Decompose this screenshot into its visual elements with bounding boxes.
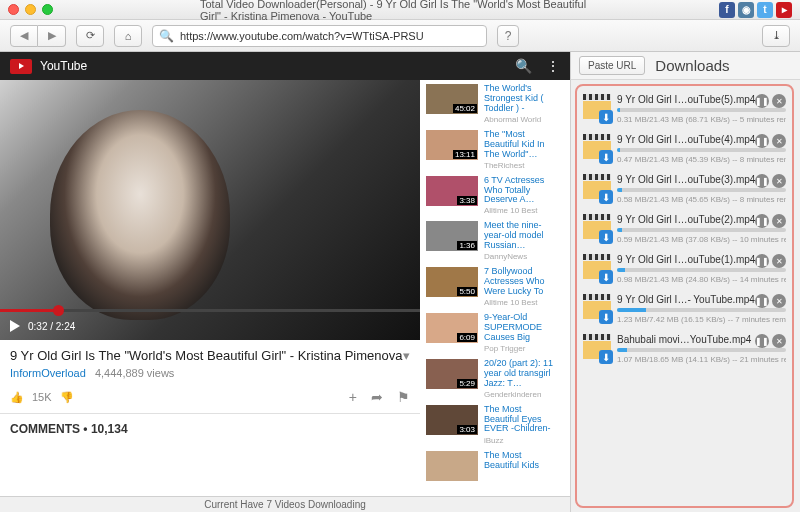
cancel-download-button[interactable]: ✕ bbox=[772, 134, 786, 148]
progress-bar bbox=[617, 228, 786, 232]
url-input[interactable] bbox=[180, 30, 480, 42]
thumb-icon: 3:03 bbox=[426, 405, 478, 435]
suggested-title: The Most Beautiful Kids bbox=[484, 451, 554, 471]
youtube-logo-icon[interactable] bbox=[10, 59, 32, 74]
close-window[interactable] bbox=[8, 4, 19, 15]
back-button[interactable]: ◀ bbox=[10, 25, 38, 47]
suggested-channel: Alltime 10 Best bbox=[484, 298, 554, 307]
progress-bar bbox=[617, 308, 786, 312]
suggested-title: The "Most Beautiful Kid In The World"… bbox=[484, 130, 554, 160]
flag-icon[interactable]: ⚑ bbox=[397, 389, 410, 405]
download-item: ⬇Bahubali movi…YouTube.mp41.07 MB/18.65 … bbox=[579, 330, 790, 370]
file-video-icon: ⬇ bbox=[583, 334, 611, 362]
suggested-title: Meet the nine-year-old model Russian… bbox=[484, 221, 554, 251]
download-status: 0.31 MB/21.43 MB (68.71 KB/s) -- 5 minut… bbox=[617, 115, 786, 124]
home-button[interactable]: ⌂ bbox=[114, 25, 142, 47]
suggested-title: 9-Year-Old SUPERMODE Causes Big Controve… bbox=[484, 313, 554, 343]
download-status: 1.07 MB/18.65 MB (14.11 KB/s) -- 21 minu… bbox=[617, 355, 786, 364]
thumb-icon: 3:38 bbox=[426, 176, 478, 206]
share-icon[interactable]: ➦ bbox=[371, 389, 383, 405]
cancel-download-button[interactable]: ✕ bbox=[772, 214, 786, 228]
cancel-download-button[interactable]: ✕ bbox=[772, 294, 786, 308]
download-item: ⬇9 Yr Old Girl I…ouTube(2).mp40.59 MB/21… bbox=[579, 210, 790, 250]
progress-bar bbox=[617, 108, 786, 112]
downloads-list: ⬇9 Yr Old Girl I…ouTube(5).mp40.31 MB/21… bbox=[575, 84, 794, 508]
reload-button[interactable]: ⟳ bbox=[76, 25, 104, 47]
video-player[interactable]: 0:32 / 2:24 bbox=[0, 80, 420, 340]
pause-download-button[interactable]: ❚❚ bbox=[755, 174, 769, 188]
suggested-item[interactable]: The Most Beautiful Kids bbox=[426, 451, 554, 481]
progress-bar bbox=[617, 148, 786, 152]
youtube-menu-icon[interactable]: ⋮ bbox=[546, 58, 560, 74]
browser-view: YouTube 🔍 ⋮ 0:32 / 2:24 9 Yr Old Girl Is… bbox=[0, 52, 570, 512]
pause-download-button[interactable]: ❚❚ bbox=[755, 294, 769, 308]
suggested-item[interactable]: 1:36Meet the nine-year-old model Russian… bbox=[426, 221, 554, 261]
download-tray-button[interactable]: ⤓ bbox=[762, 25, 790, 47]
expand-description-icon[interactable]: ▾ bbox=[403, 348, 410, 363]
suggested-channel: DannyNews bbox=[484, 252, 554, 261]
suggested-item[interactable]: 3:386 TV Actresses Who Totally Deserve A… bbox=[426, 176, 554, 216]
download-item: ⬇9 Yr Old Girl I…- YouTube.mp41.23 MB/7.… bbox=[579, 290, 790, 330]
suggested-item[interactable]: 45:02The World's Strongest Kid ( Toddler… bbox=[426, 84, 554, 124]
youtube-header: YouTube 🔍 ⋮ bbox=[0, 52, 570, 80]
suggested-item[interactable]: 5:2920/20 (part 2): 11 year old transgir… bbox=[426, 359, 554, 399]
pause-download-button[interactable]: ❚❚ bbox=[755, 334, 769, 348]
cancel-download-button[interactable]: ✕ bbox=[772, 174, 786, 188]
titlebar: Total Video Downloader(Personal) - 9 Yr … bbox=[0, 0, 800, 20]
minimize-window[interactable] bbox=[25, 4, 36, 15]
download-item: ⬇9 Yr Old Girl I…ouTube(3).mp40.58 MB/21… bbox=[579, 170, 790, 210]
like-count: 15K bbox=[32, 391, 52, 403]
suggested-channel: iBuzz bbox=[484, 436, 554, 445]
pause-download-button[interactable]: ❚❚ bbox=[755, 134, 769, 148]
add-to-icon[interactable]: + bbox=[349, 389, 357, 405]
thumb-icon: 13:11 bbox=[426, 130, 478, 160]
suggested-channel: Genderkinderen bbox=[484, 390, 554, 399]
suggested-title: The World's Strongest Kid ( Toddler ) - … bbox=[484, 84, 554, 114]
play-button[interactable] bbox=[10, 320, 20, 332]
facebook-icon[interactable]: f bbox=[719, 2, 735, 18]
download-item: ⬇9 Yr Old Girl I…ouTube(5).mp40.31 MB/21… bbox=[579, 90, 790, 130]
thumb-icon bbox=[426, 451, 478, 481]
youtube-brand[interactable]: YouTube bbox=[40, 59, 87, 73]
suggested-item[interactable]: 3:03The Most Beautiful Eyes EVER -Childr… bbox=[426, 405, 554, 445]
dislike-icon[interactable]: 👎 bbox=[60, 391, 74, 404]
pause-download-button[interactable]: ❚❚ bbox=[755, 254, 769, 268]
file-video-icon: ⬇ bbox=[583, 214, 611, 242]
suggested-item[interactable]: 6:099-Year-Old SUPERMODE Causes Big Cont… bbox=[426, 313, 554, 353]
pause-download-button[interactable]: ❚❚ bbox=[755, 214, 769, 228]
paste-url-button[interactable]: Paste URL bbox=[579, 56, 645, 75]
help-button[interactable]: ? bbox=[497, 25, 519, 47]
youtube-icon[interactable]: ▸ bbox=[776, 2, 792, 18]
file-video-icon: ⬇ bbox=[583, 254, 611, 282]
suggested-channel: Alltime 10 Best bbox=[484, 206, 554, 215]
like-icon[interactable]: 👍 bbox=[10, 391, 24, 404]
progress-bar bbox=[617, 188, 786, 192]
suggested-item[interactable]: 13:11The "Most Beautiful Kid In The Worl… bbox=[426, 130, 554, 170]
youtube-search-icon[interactable]: 🔍 bbox=[515, 58, 532, 74]
cancel-download-button[interactable]: ✕ bbox=[772, 334, 786, 348]
suggested-title: 6 TV Actresses Who Totally Deserve A… bbox=[484, 176, 554, 206]
video-title: 9 Yr Old Girl Is The "World's Most Beaut… bbox=[10, 348, 402, 363]
download-status: 0.59 MB/21.43 MB (37.08 KB/s) -- 10 minu… bbox=[617, 235, 786, 244]
file-video-icon: ⬇ bbox=[583, 174, 611, 202]
url-bar[interactable]: 🔍 bbox=[152, 25, 487, 47]
suggested-channel: TheRichest bbox=[484, 161, 554, 170]
cancel-download-button[interactable]: ✕ bbox=[772, 94, 786, 108]
suggested-videos: 45:02The World's Strongest Kid ( Toddler… bbox=[420, 80, 560, 491]
pause-download-button[interactable]: ❚❚ bbox=[755, 94, 769, 108]
suggested-item[interactable]: 5:507 Bollywood Actresses Who Were Lucky… bbox=[426, 267, 554, 307]
channel-name[interactable]: InformOverload bbox=[10, 367, 86, 379]
zoom-window[interactable] bbox=[42, 4, 53, 15]
cancel-download-button[interactable]: ✕ bbox=[772, 254, 786, 268]
view-count: 4,444,889 views bbox=[95, 367, 175, 379]
instagram-icon[interactable]: ◉ bbox=[738, 2, 754, 18]
thumb-icon: 5:50 bbox=[426, 267, 478, 297]
window-title: Total Video Downloader(Personal) - 9 Yr … bbox=[200, 0, 600, 22]
twitter-icon[interactable]: t bbox=[757, 2, 773, 18]
download-status: 0.47 MB/21.43 MB (45.39 KB/s) -- 8 minut… bbox=[617, 155, 786, 164]
forward-button[interactable]: ▶ bbox=[38, 25, 66, 47]
thumb-icon: 45:02 bbox=[426, 84, 478, 114]
status-bar: Current Have 7 Videos Downloading bbox=[0, 496, 570, 512]
download-item: ⬇9 Yr Old Girl I…ouTube(1).mp40.98 MB/21… bbox=[579, 250, 790, 290]
time-display: 0:32 / 2:24 bbox=[28, 321, 75, 332]
